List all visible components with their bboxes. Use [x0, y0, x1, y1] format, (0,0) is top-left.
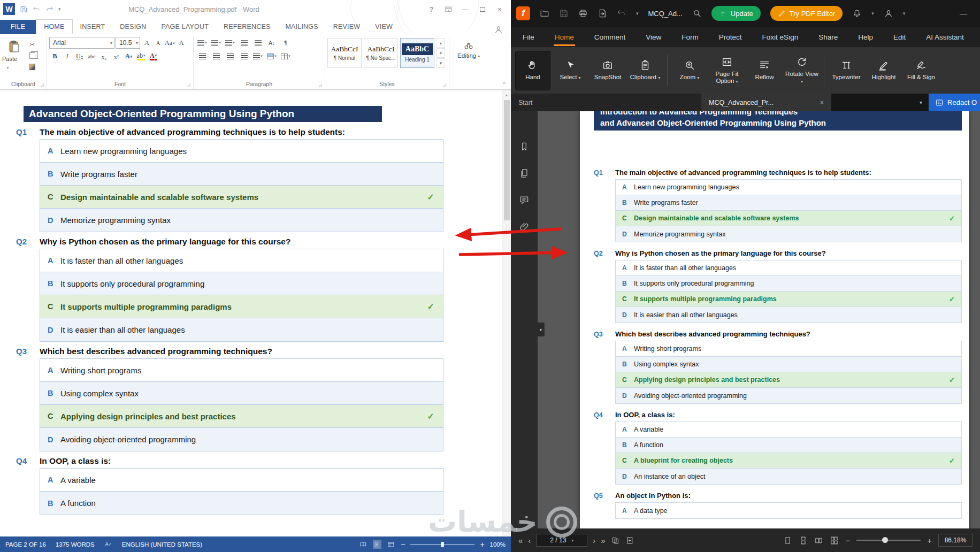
tool-page-fit-option[interactable]: Page Fit Option ▾ — [709, 51, 745, 90]
styles-more-button[interactable]: ▼ — [437, 58, 445, 68]
menu-share[interactable]: Share — [817, 28, 839, 46]
save-icon[interactable] — [559, 9, 569, 18]
style-heading-1[interactable]: AaBbCHeading 1 — [400, 38, 434, 68]
tool-select[interactable]: Select ▾ — [553, 51, 588, 90]
dialog-launcher-icon[interactable]: ◿ — [187, 83, 190, 88]
strikethrough-button[interactable]: abc — [86, 51, 97, 63]
ribbon-tab-design[interactable]: DESIGN — [112, 20, 154, 34]
export-icon[interactable] — [598, 9, 607, 18]
show-marks-button[interactable]: ¶ — [279, 37, 292, 49]
answer-option[interactable]: CIt supports multiple programming paradi… — [40, 295, 443, 318]
answer-option[interactable]: CDesign maintainable and scalable softwa… — [616, 211, 961, 226]
underline-button[interactable]: U▾ — [74, 51, 85, 63]
font-size-select[interactable]: 10.5▾ — [116, 37, 140, 49]
account-icon[interactable] — [884, 9, 893, 18]
proofing-icon[interactable] — [104, 540, 112, 548]
search-icon[interactable] — [692, 9, 702, 18]
dialog-launcher-icon[interactable]: ◿ — [443, 83, 446, 88]
word-count[interactable]: 1375 WORDS — [56, 541, 95, 548]
menu-ai-assistant[interactable]: AI Assistant — [925, 28, 965, 46]
zoom-out-button[interactable]: − — [401, 540, 405, 549]
dialog-launcher-icon[interactable]: ◿ — [319, 83, 322, 88]
align-left-button[interactable] — [196, 50, 209, 62]
try-pdf-editor-button[interactable]: Try PDF Editor — [770, 6, 843, 21]
redact-button[interactable]: Redact O — [929, 94, 980, 111]
ribbon-tab-mailings[interactable]: MAILINGS — [278, 20, 325, 34]
answer-option[interactable]: ALearn new programming languages — [616, 180, 961, 195]
answer-option[interactable]: BA function — [616, 438, 961, 453]
zoom-out-button[interactable]: − — [845, 536, 850, 545]
grow-font-button[interactable]: A — [141, 37, 152, 49]
paste-button[interactable]: Paste ▾ — [2, 37, 27, 80]
close-tab-icon[interactable]: × — [820, 99, 824, 106]
answer-option[interactable]: AIt is faster than all other languages — [40, 249, 443, 272]
comments-panel-icon[interactable] — [519, 195, 530, 205]
ribbon-tab-file[interactable]: FILE — [0, 20, 36, 34]
answer-option[interactable]: CA blueprint for creating objects✓ — [616, 453, 961, 469]
menu-foxit-esign[interactable]: Foxit eSign — [761, 28, 800, 46]
previous-view-icon[interactable] — [611, 536, 620, 545]
scrollbar-thumb[interactable] — [504, 100, 510, 220]
ribbon-display-button[interactable] — [440, 3, 456, 16]
change-case-button[interactable]: Aa▾ — [164, 37, 176, 49]
print-icon[interactable] — [578, 9, 588, 18]
continuous-view-icon[interactable] — [799, 536, 808, 545]
style-no-spacing[interactable]: AaBbCcI¶ No Spac... — [364, 38, 398, 68]
subscript-button[interactable]: x₂ — [98, 51, 110, 63]
format-painter-button[interactable] — [27, 62, 37, 72]
history-chevron-icon[interactable]: ▾ — [636, 11, 639, 16]
notifications-icon[interactable] — [852, 9, 862, 18]
next-page-button[interactable]: › — [593, 536, 595, 545]
tool-zoom[interactable]: Zoom ▾ — [672, 51, 707, 90]
tab-start[interactable]: Start — [511, 94, 701, 111]
notifications-chevron-icon[interactable]: ▾ — [871, 11, 874, 16]
maximize-button[interactable] — [474, 3, 491, 16]
answer-option[interactable]: DAn instance of an object — [616, 469, 961, 484]
facing-view-icon[interactable] — [814, 536, 823, 545]
print-layout-button[interactable] — [373, 540, 381, 549]
tool-hand[interactable]: Hand — [515, 51, 550, 90]
tool-highlight[interactable]: Highlight — [866, 51, 901, 90]
answer-option[interactable]: DAvoiding object-oriented programming — [40, 428, 443, 451]
collapse-ribbon-button[interactable]: ^ — [503, 81, 506, 87]
dialog-launcher-icon[interactable]: ◿ — [41, 83, 44, 88]
menu-comment[interactable]: Comment — [593, 28, 627, 46]
answer-option[interactable]: CDesign maintainable and scalable softwa… — [40, 186, 443, 209]
bullet-list-button[interactable]: ▾ — [196, 37, 209, 49]
update-button[interactable]: Update — [711, 6, 761, 21]
menu-edit[interactable]: Edit — [892, 28, 907, 46]
tool-typewriter[interactable]: Typewriter — [829, 51, 864, 90]
facing-continuous-view-icon[interactable] — [830, 536, 839, 545]
pages-panel-icon[interactable] — [519, 168, 530, 179]
answer-option[interactable]: AA data type — [616, 503, 961, 518]
highlight-color-button[interactable]: ab▾ — [135, 51, 147, 63]
menu-file[interactable]: File — [522, 28, 535, 46]
read-mode-button[interactable] — [359, 540, 368, 549]
minimize-button[interactable]: — — [457, 3, 473, 16]
tool-fill-sign[interactable]: Fill & Sign — [904, 51, 939, 90]
ribbon-tab-references[interactable]: REFERENCES — [216, 20, 278, 34]
document-switcher[interactable]: MCQ_Ad... — [648, 10, 683, 18]
help-button[interactable]: ? — [423, 3, 439, 16]
vertical-scrollbar[interactable]: ▲ — [502, 90, 511, 536]
sort-button[interactable]: A↓ — [265, 37, 278, 49]
answer-option[interactable]: AIt is faster than all other languages — [616, 260, 961, 276]
zoom-slider-thumb[interactable] — [441, 542, 444, 547]
style-normal[interactable]: AaBbCcI¶ Normal — [327, 38, 362, 68]
tab-list-chevron-icon[interactable]: ▾ — [913, 99, 929, 105]
answer-option[interactable]: ALearn new programming languages — [40, 140, 443, 163]
tool-clipboard[interactable]: Clipboard ▾ — [627, 51, 663, 90]
zoom-in-button[interactable]: + — [480, 540, 484, 549]
decrease-indent-button[interactable] — [238, 37, 250, 49]
last-page-button[interactable]: » — [601, 536, 605, 545]
zoom-slider-thumb[interactable] — [882, 537, 888, 543]
answer-option[interactable]: AWriting short programs — [616, 341, 961, 357]
answer-option[interactable]: BWrite programs faster — [40, 163, 443, 186]
answer-option[interactable]: BIt supports only procedural programming — [616, 276, 961, 292]
styles-up-button[interactable]: ▴ — [437, 38, 445, 48]
zoom-slider[interactable] — [856, 536, 921, 544]
menu-form[interactable]: Form — [680, 28, 700, 46]
close-button[interactable]: × — [492, 3, 508, 16]
foxit-logo[interactable]: f — [516, 6, 530, 20]
justify-button[interactable] — [238, 50, 250, 62]
